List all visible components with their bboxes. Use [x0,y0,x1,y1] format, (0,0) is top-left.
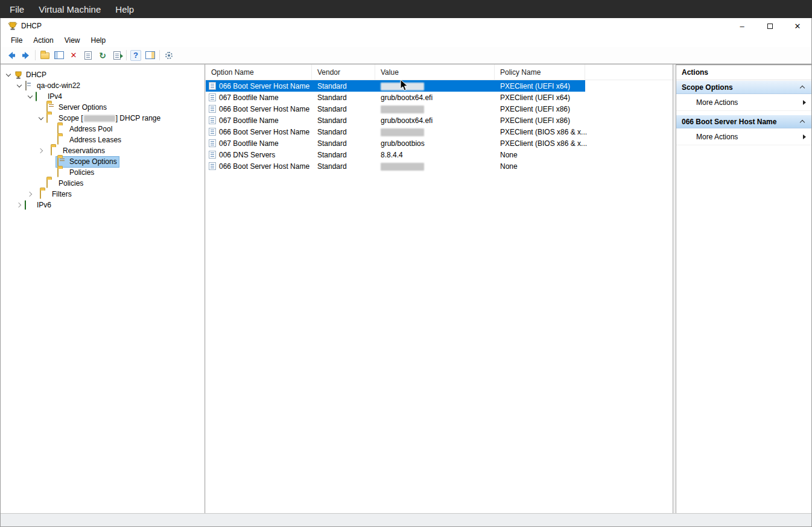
folder-icon [57,125,67,134]
help-button[interactable]: ? [128,48,143,62]
tree-item-scope-options[interactable]: Scope Options [1,156,205,167]
tree-item-filters[interactable]: Filters [1,189,205,200]
vendor-cell: Standard [312,128,375,136]
redacted-value [381,106,424,113]
chevron-placeholder [38,180,45,187]
customize-button[interactable] [162,48,176,62]
forward-button[interactable] [19,48,33,62]
column-header-vendor[interactable]: Vendor [312,65,375,80]
more-actions-label: More Actions [696,98,738,107]
more-actions-item[interactable]: More Actions [676,128,811,145]
table-row[interactable]: 067 Bootfile Name Standard grub/bootbios… [206,137,585,149]
ipv4-icon [36,92,45,101]
main-area: DHCP qa-odc-win22 IPv4 Server Options Sc… [1,64,811,513]
dhcp-app-icon [8,21,17,31]
table-row[interactable]: 066 Boot Server Host Name Standard None [206,160,585,172]
chevron-placeholder [49,137,56,144]
tree-item-ipv4[interactable]: IPv4 [1,91,205,102]
refresh-icon: ↻ [99,51,106,60]
maximize-button[interactable] [756,18,784,34]
tree-item-address-pool[interactable]: Address Pool [1,124,205,134]
value-cell: grub/bootbios [375,139,495,148]
vm-menu-virtual-machine[interactable]: Virtual Machine [31,0,108,18]
policy-cell: None [495,162,585,171]
folder-icon [40,190,49,199]
table-row[interactable]: 006 DNS Servers Standard 8.8.4.4 None [206,149,585,160]
show-console-tree-button[interactable] [52,48,66,62]
menu-help[interactable]: Help [86,34,112,46]
close-button[interactable]: ✕ [784,18,811,34]
option-icon [209,151,216,159]
delete-button[interactable]: ✕ [66,48,81,62]
folder-icon [57,136,67,145]
chevron-right-icon[interactable] [27,191,34,198]
tree-item-scope[interactable]: Scope [] DHCP range [1,113,205,124]
tree-item-server-options[interactable]: Server Options [1,102,205,113]
column-header-policy-name[interactable]: Policy Name [495,65,585,80]
tree-item-scope-policies[interactable]: Policies [1,167,205,178]
back-icon [7,51,16,60]
chevron-down-icon[interactable] [38,115,45,122]
action-section-boot-server-host-name[interactable]: 066 Boot Server Host Name [676,115,811,128]
tree-item-policies[interactable]: Policies [1,178,205,189]
table-row[interactable]: 067 Bootfile Name Standard grub/bootx64.… [206,92,585,103]
vendor-cell: Standard [312,93,375,102]
export-list-button[interactable] [110,48,124,62]
tree-item-reservations[interactable]: Reservations [1,145,205,156]
chevron-up-icon[interactable] [800,119,806,125]
chevron-right-icon[interactable] [38,148,45,154]
policy-cell: None [495,151,585,159]
tree-item-address-leases[interactable]: Address Leases [1,134,205,145]
console-tree-pane: DHCP qa-odc-win22 IPv4 Server Options Sc… [1,65,205,513]
chevron-down-icon[interactable] [27,93,34,100]
tree-item-ipv6[interactable]: IPv6 [1,200,205,210]
option-name: 066 Boot Server Host Name [219,162,309,171]
window-title: DHCP [21,22,42,30]
value-cell [375,81,495,90]
table-row[interactable]: 067 Bootfile Name Standard grub/bootx64.… [206,115,585,126]
chevron-down-icon[interactable] [5,72,12,78]
menu-view[interactable]: View [59,34,86,46]
vm-menu-help[interactable]: Help [108,0,141,18]
maximize-icon [767,24,773,29]
menu-action[interactable]: Action [28,34,59,46]
vm-menu-file[interactable]: File [2,0,31,18]
up-one-level-icon [40,52,49,59]
policy-cell: PXEClient (UEFI x64) [495,93,585,102]
value-cell [375,162,495,170]
minimize-button[interactable]: – [728,18,756,34]
chevron-down-icon[interactable] [16,83,23,89]
folder-icon [46,179,56,188]
option-name: 066 Boot Server Host Name [219,105,309,113]
table-row[interactable]: 066 Boot Server Host Name Standard PXECl… [206,103,585,115]
table-row[interactable]: 066 Boot Server Host Name Standard PXECl… [206,80,585,92]
tree-item-label: DHCP [26,71,46,79]
tree-item-dhcp-root[interactable]: DHCP [1,69,205,80]
tree-item-label: Scope Options [69,157,117,166]
folder-icon [46,114,56,123]
column-header-value[interactable]: Value [375,65,495,80]
export-list-icon [113,51,121,60]
help-icon: ? [130,50,141,61]
back-button[interactable] [4,48,19,62]
policy-cell: PXEClient (UEFI x86) [495,116,585,125]
chevron-up-icon[interactable] [800,84,806,90]
tree-item-label: Address Leases [69,136,121,144]
tree-item-server[interactable]: qa-odc-win22 [1,80,205,91]
toolbar-separator [35,50,36,60]
vendor-cell: Standard [312,151,375,159]
show-action-pane-button[interactable] [143,48,157,62]
table-row[interactable]: 066 Boot Server Host Name Standard PXECl… [206,126,585,137]
folder-options-icon [46,103,56,112]
properties-button[interactable] [81,48,95,62]
chevron-placeholder [49,126,56,133]
tree-item-label: Server Options [59,103,107,112]
column-header-option-name[interactable]: Option Name [206,65,312,80]
up-one-level-button[interactable] [37,48,52,62]
refresh-button[interactable]: ↻ [95,48,110,62]
action-section-scope-options[interactable]: Scope Options [676,80,811,94]
option-icon [209,93,216,101]
more-actions-item[interactable]: More Actions [676,94,811,111]
chevron-right-icon[interactable] [16,202,23,209]
menu-file[interactable]: File [5,34,28,46]
